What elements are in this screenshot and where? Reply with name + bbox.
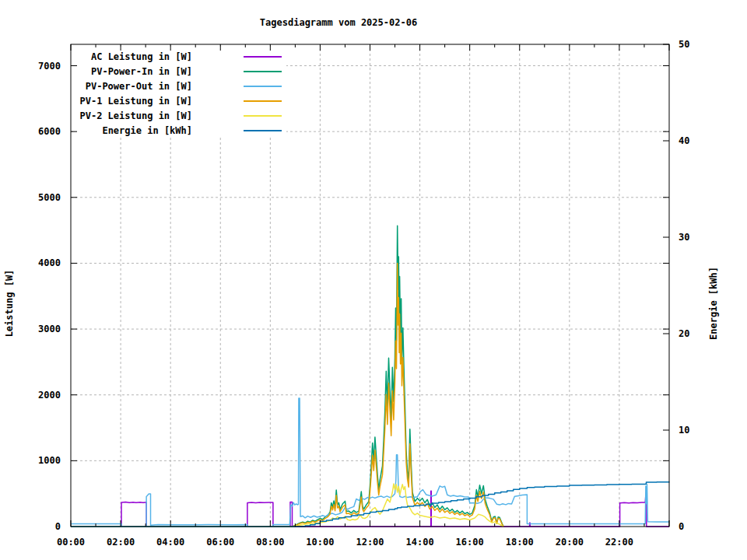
- x-tick-label: 22:00: [605, 537, 633, 548]
- y-right-tick-label: 10: [679, 425, 689, 436]
- x-tick-label: 20:00: [556, 537, 584, 548]
- y-left-tick-label: 3000: [38, 324, 61, 334]
- y-left-tick-label: 0: [55, 521, 61, 532]
- legend-label: Energie in [kWh]: [102, 125, 192, 136]
- right-axis-title: Energie [kWh]: [708, 267, 719, 340]
- legend-label: PV-Power-Out in [W]: [86, 81, 192, 92]
- x-tick-label: 00:00: [57, 537, 85, 548]
- left-axis-title: Leistung [W]: [4, 270, 15, 338]
- x-tick-label: 08:00: [256, 537, 284, 548]
- plot-svg: 00:0002:0004:0006:0008:0010:0012:0014:00…: [0, 0, 747, 560]
- x-tick-label: 10:00: [306, 537, 334, 548]
- x-tick-label: 12:00: [356, 537, 384, 548]
- y-right-tick-label: 30: [679, 232, 689, 243]
- legend-label: PV-Power-In in [W]: [91, 66, 192, 77]
- y-left-tick-label: 2000: [38, 390, 61, 401]
- y-right-tick-label: 50: [679, 39, 689, 50]
- x-tick-label: 18:00: [506, 537, 534, 548]
- y-left-tick-label: 5000: [38, 192, 61, 203]
- y-left-tick-label: 4000: [38, 257, 61, 268]
- legend-label: PV-1 Leistung in [W]: [80, 96, 193, 107]
- y-right-tick-label: 40: [679, 135, 689, 146]
- x-tick-label: 14:00: [406, 537, 434, 548]
- series-pv-power-in-in-w: [71, 226, 503, 527]
- y-right-tick-label: 0: [679, 521, 684, 532]
- y-right-tick-label: 20: [679, 328, 689, 339]
- chart-canvas: 00:0002:0004:0006:0008:0010:0012:0014:00…: [0, 0, 747, 560]
- legend-label: PV-2 Leistung in [W]: [80, 110, 193, 121]
- x-tick-label: 16:00: [456, 537, 484, 548]
- y-left-tick-label: 1000: [38, 455, 61, 466]
- legend-label: AC Leistung in [W]: [91, 51, 192, 62]
- y-left-tick-label: 7000: [38, 61, 61, 72]
- x-tick-label: 04:00: [156, 537, 184, 548]
- x-tick-label: 02:00: [107, 537, 135, 548]
- x-tick-label: 06:00: [206, 537, 234, 548]
- chart-title: Tagesdiagramm vom 2025-02-06: [260, 17, 417, 28]
- y-left-tick-label: 6000: [38, 126, 61, 137]
